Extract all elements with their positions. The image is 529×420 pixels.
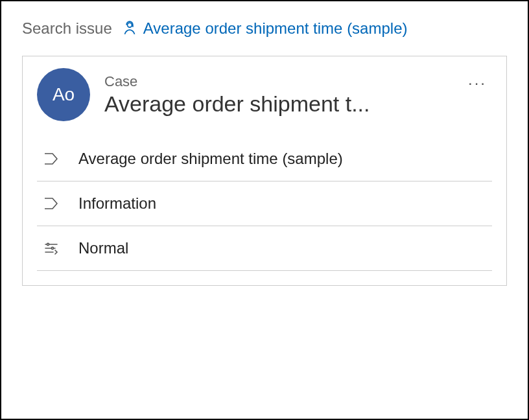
card-header: Ao Case Average order shipment t... ... [37,68,492,121]
detail-row-priority-value: Normal [78,239,128,257]
detail-row-info[interactable]: Information [37,181,492,226]
entity-label: Case [104,73,492,90]
breadcrumb-current[interactable]: Average order shipment time (sample) [121,19,408,38]
breadcrumb-current-label: Average order shipment time (sample) [143,19,408,38]
case-card: Ao Case Average order shipment t... ... … [22,56,507,286]
svg-point-1 [132,26,134,27]
detail-row-info-value: Information [78,194,156,213]
svg-point-0 [127,23,132,27]
case-title: Average order shipment t... [104,91,454,117]
svg-point-6 [51,247,53,249]
chevron-tag-icon [42,152,60,166]
breadcrumb: Search issue Average order shipment time… [22,19,507,38]
header-text: Case Average order shipment t... [104,73,492,117]
person-support-icon [121,20,138,37]
detail-row-title-value: Average order shipment time (sample) [78,150,343,168]
chevron-tag-icon [42,196,60,211]
detail-row-title[interactable]: Average order shipment time (sample) [37,137,492,181]
detail-row-priority[interactable]: Normal [37,226,492,271]
svg-point-5 [47,243,49,245]
filter-settings-icon [42,241,60,255]
breadcrumb-prev[interactable]: Search issue [22,19,112,38]
avatar: Ao [37,68,90,121]
more-options-button[interactable]: ... [465,73,489,86]
